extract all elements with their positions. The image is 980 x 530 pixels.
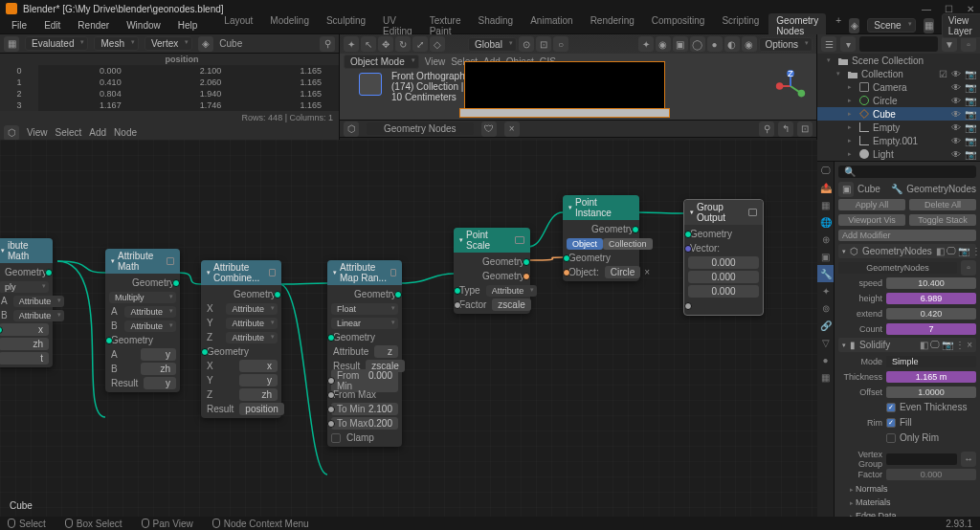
mod-display-icon[interactable]: ◧: [920, 340, 928, 350]
viewport-render[interactable]: [464, 61, 665, 114]
tab-material[interactable]: ●: [817, 351, 834, 368]
datatype-dropdown[interactable]: Float: [331, 303, 398, 315]
ne-menu-view[interactable]: View: [27, 127, 48, 138]
to-max-field[interactable]: To Max0.200: [331, 417, 398, 430]
tab-mesh[interactable]: ▽: [817, 334, 834, 351]
parent-nodetree-icon[interactable]: ↰: [778, 121, 793, 137]
field-a[interactable]: x: [0, 323, 49, 336]
field-res[interactable]: t: [0, 352, 49, 364]
ne-menu-select[interactable]: Select: [56, 127, 82, 138]
disable-icon[interactable]: 📷: [965, 122, 976, 133]
node-group-output[interactable]: Group Output Geometry Vector: 0.000 0.00…: [683, 199, 764, 316]
options-dropdown[interactable]: Options: [759, 37, 813, 52]
tab-particles[interactable]: ✦: [817, 282, 834, 299]
shading-solid-icon[interactable]: ●: [707, 36, 723, 52]
tree-item-circle[interactable]: ▸Circle👁📷: [817, 94, 980, 107]
delete-all-button[interactable]: Delete All: [909, 199, 976, 210]
thickness-value[interactable]: 1.165 m: [886, 371, 976, 383]
node-point-instance[interactable]: Point Instance Geometry ObjectCollection…: [563, 195, 639, 281]
tree-item-empty-001[interactable]: ▸Empty.001👁📷: [817, 134, 980, 147]
type-dropdown[interactable]: Attribute: [486, 285, 538, 297]
overlay-icon[interactable]: ◉: [656, 36, 671, 52]
height-value[interactable]: 6.989: [886, 293, 976, 304]
mod-render-icon[interactable]: 📷: [942, 340, 953, 350]
nav-gizmo[interactable]: Z: [772, 68, 809, 104]
panel-materials[interactable]: Materials: [838, 496, 976, 509]
factor-value[interactable]: 0.000: [886, 469, 976, 480]
node-editor-type-icon[interactable]: ⬡: [4, 125, 19, 141]
node-attribute-math-2[interactable]: Attribute Math Geometry Multiply AAttrib…: [105, 249, 180, 392]
mod-extra-icon[interactable]: ⋮: [971, 246, 980, 256]
viewport-vis-button[interactable]: Viewport Vis: [838, 214, 905, 226]
tab-modifiers[interactable]: 🔧: [817, 265, 834, 282]
type-b-dropdown[interactable]: Attribute: [13, 310, 65, 321]
table-row[interactable]: 00.0002.1001.165: [0, 65, 339, 77]
menu-file[interactable]: File: [8, 20, 31, 31]
orientation-dropdown[interactable]: Global: [468, 37, 517, 52]
disable-icon[interactable]: 📷: [965, 69, 976, 79]
type-z-dropdown[interactable]: Attribute: [226, 332, 278, 343]
node-group-name[interactable]: Geometry Nodes: [367, 122, 474, 135]
table-row[interactable]: 20.8041.9401.165: [0, 88, 339, 99]
tree-scene-collection[interactable]: ▾ Scene Collection: [817, 54, 980, 67]
scene-dropdown[interactable]: Scene: [867, 18, 915, 33]
mod-render-icon[interactable]: 📷: [958, 246, 969, 256]
panel-edge-data[interactable]: Edge Data: [838, 509, 976, 517]
op-dropdown[interactable]: Multiply: [109, 292, 176, 303]
vec-y[interactable]: 0.000: [688, 271, 759, 283]
exclude-checkbox-icon[interactable]: ☑: [939, 69, 947, 79]
node-breadcrumb[interactable]: Cube: [10, 500, 33, 511]
cursor-tool-icon[interactable]: ↖: [361, 36, 376, 52]
to-min-field[interactable]: To Min2.100: [331, 403, 398, 415]
vec-x[interactable]: 0.000: [688, 256, 759, 269]
tab-constraints[interactable]: 🔗: [817, 317, 834, 334]
shading-render-icon[interactable]: ◉: [742, 36, 757, 52]
mode-dropdown[interactable]: Simple: [886, 356, 976, 367]
eval-dropdown[interactable]: Evaluated: [25, 36, 88, 51]
ne-menu-add[interactable]: Add: [89, 127, 106, 138]
rotate-tool-icon[interactable]: ↻: [395, 36, 411, 52]
disable-icon[interactable]: 📷: [965, 149, 976, 160]
attr-field[interactable]: z: [374, 345, 398, 358]
table-row[interactable]: 31.1671.7461.165: [0, 99, 339, 111]
disable-icon[interactable]: 📷: [965, 109, 976, 120]
node-collapse-icon[interactable]: [390, 269, 396, 276]
vp-view-menu[interactable]: View: [425, 56, 446, 67]
3d-viewport[interactable]: ✦ ↖ ✥ ↻ ⤢ ◇ Global ⊙ ⊡ ○ ✦ ◉ ▣ ◯ ● ◐ ◉ O…: [340, 34, 816, 121]
props-search[interactable]: 🔍: [838, 166, 976, 178]
type-x-dropdown[interactable]: Attribute: [226, 303, 278, 315]
tab-physics[interactable]: ⊚: [817, 299, 834, 317]
snap-icon[interactable]: ⊡: [536, 36, 551, 52]
only-rim-checkbox[interactable]: [886, 433, 896, 443]
clamp-checkbox[interactable]: [331, 433, 341, 443]
active-tool-icon[interactable]: [359, 73, 382, 96]
tab-world[interactable]: ⊕: [817, 231, 834, 248]
field-z[interactable]: zh: [239, 388, 278, 401]
object-field[interactable]: Circle: [605, 266, 641, 278]
add-modifier-dropdown[interactable]: Add Modifier: [838, 230, 976, 241]
hide-icon[interactable]: 👁: [951, 96, 961, 106]
tab-output[interactable]: 📤: [817, 179, 834, 196]
shading-matprev-icon[interactable]: ◐: [724, 36, 740, 52]
collection-toggle[interactable]: Collection: [603, 238, 653, 250]
node-attribute-math-1[interactable]: ibute Math Geometry ply AAttribute BAttr…: [0, 238, 53, 367]
object-toggle[interactable]: Object: [567, 238, 603, 250]
solidify-mod-header[interactable]: ▾▮ Solidify ◧🖵📷⋮×: [838, 338, 976, 352]
gizmo-icon[interactable]: ✦: [638, 36, 654, 52]
mode-dropdown[interactable]: Object Mode: [344, 55, 419, 69]
node-attribute-map-range[interactable]: Attribute Map Ran... Geometry Float Line…: [327, 260, 402, 447]
fill-checkbox[interactable]: [886, 418, 896, 428]
menu-window[interactable]: Window: [122, 20, 165, 31]
hide-icon[interactable]: 👁: [951, 109, 961, 120]
nodetree-users-icon[interactable]: ▫: [961, 260, 976, 276]
tab-object[interactable]: ▣: [817, 248, 834, 265]
type-a-dropdown[interactable]: Attribute: [13, 296, 65, 307]
mod-close-icon[interactable]: ×: [967, 340, 972, 350]
type-a-dropdown[interactable]: Attribute: [124, 306, 176, 318]
disable-icon[interactable]: 📷: [965, 136, 976, 146]
pin-icon[interactable]: ⚲: [320, 36, 335, 52]
vgroup-field[interactable]: ⠀: [886, 453, 957, 465]
outliner-editor-icon[interactable]: ☰: [821, 36, 836, 52]
geonodes-mod-header[interactable]: ▾⬡ GeometryNodes ◧🖵📷⋮×: [838, 244, 976, 258]
table-row[interactable]: 10.4102.0601.165: [0, 77, 339, 88]
